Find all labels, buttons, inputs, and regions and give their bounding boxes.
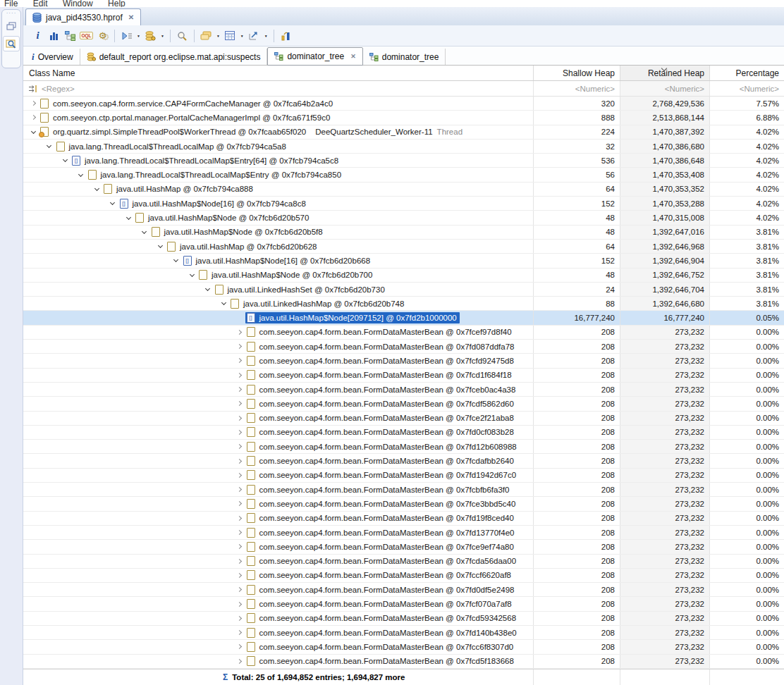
collapse-arrow-icon[interactable] [123, 217, 134, 219]
editor-tab-hprof[interactable]: java_pid43530.hprof ✕ [25, 8, 141, 25]
column-header-retained-heap[interactable]: Retained Heap [620, 66, 710, 80]
collapse-arrow-icon[interactable] [27, 131, 39, 133]
collapse-arrow-icon[interactable] [202, 288, 214, 290]
table-row[interactable]: com.seeyon.cap4.form.bean.FormDataMaster… [23, 597, 784, 611]
expand-arrow-icon[interactable] [234, 645, 245, 648]
dropdown-arrow-icon[interactable]: ▼ [240, 34, 244, 38]
column-header-percentage[interactable]: Percentage [710, 66, 784, 80]
collapse-arrow-icon[interactable] [139, 231, 150, 233]
inspector-view-button[interactable] [3, 36, 20, 51]
column-header-shallow-heap[interactable]: Shallow Heap [534, 66, 620, 80]
table-row[interactable]: []java.lang.ThreadLocal$ThreadLocalMap$E… [23, 154, 784, 168]
collapse-arrow-icon[interactable] [171, 259, 182, 261]
table-row[interactable]: com.seeyon.cap4.form.bean.FormDataMaster… [23, 383, 784, 397]
expand-arrow-icon[interactable] [234, 603, 245, 606]
table-row[interactable]: java.util.HashMap$Node @ 0x7fcb6d20b7004… [23, 269, 784, 283]
table-row[interactable]: java.util.HashMap$Node @ 0x7fcb6d20b5f84… [23, 226, 784, 240]
run-expert-report-button[interactable] [119, 27, 134, 44]
collapse-arrow-icon[interactable] [59, 159, 71, 161]
tab-dominator-tree-active[interactable]: dominator_tree ✕ [267, 47, 362, 66]
expand-arrow-icon[interactable] [234, 617, 245, 620]
table-row[interactable]: []java.util.HashMap$Node[16] @ 0x7fcb794… [23, 197, 784, 211]
table-row[interactable]: org.quartz.simpl.SimpleThreadPool$Worker… [23, 125, 784, 140]
table-row[interactable]: com.seeyon.cap4.form.bean.FormDataMaster… [23, 454, 784, 468]
table-row[interactable]: com.seeyon.cap4.form.bean.FormDataMaster… [23, 354, 784, 368]
table-row[interactable]: java.util.LinkedHashMap @ 0x7fcb6d20b748… [23, 297, 784, 311]
table-row[interactable]: com.seeyon.cap4.form.bean.FormDataMaster… [23, 326, 784, 340]
collapse-arrow-icon[interactable] [75, 174, 87, 176]
tab-close-icon[interactable]: ✕ [350, 53, 356, 60]
query-browser-button[interactable] [143, 27, 158, 44]
table-row[interactable]: []java.util.HashMap$Node[16] @ 0x7fcb6d2… [23, 254, 784, 268]
drag-grip-icon[interactable]: ···· [6, 11, 17, 16]
menu-help[interactable]: Help [108, 0, 125, 7]
restore-view-button[interactable] [3, 18, 20, 34]
overview-info-button[interactable]: i [30, 27, 45, 44]
table-row[interactable]: com.seeyon.cap4.form.bean.FormDataMaster… [23, 540, 784, 554]
table-row[interactable]: com.seeyon.cap4.form.bean.FormDataMaster… [23, 340, 784, 354]
collapse-arrow-icon[interactable] [186, 274, 197, 276]
collapse-arrow-icon[interactable] [218, 302, 229, 304]
dropdown-arrow-icon[interactable]: ▼ [216, 34, 220, 38]
table-row[interactable]: com.seeyon.cap4.form.bean.FormDataMaster… [23, 497, 784, 511]
table-row[interactable]: com.seeyon.cap4.form.bean.FormDataMaster… [23, 569, 784, 583]
expand-arrow-icon[interactable] [27, 116, 39, 119]
collapse-arrow-icon[interactable] [107, 202, 118, 204]
expand-arrow-icon[interactable] [234, 488, 245, 491]
table-row[interactable]: com.seeyon.cap4.form.bean.FormDataMaster… [23, 555, 784, 569]
thread-overview-button[interactable]: ⚙ [95, 27, 110, 44]
expand-arrow-icon[interactable] [234, 445, 245, 448]
table-row[interactable]: com.seeyon.cap4.form.bean.FormDataMaster… [23, 440, 784, 454]
table-row[interactable]: java.util.HashMap @ 0x7fcb6d20b628641,39… [23, 240, 784, 254]
table-row[interactable]: com.seeyon.cap4.form.service.CAP4FormCac… [23, 97, 784, 111]
expand-arrow-icon[interactable] [234, 545, 245, 548]
expand-arrow-icon[interactable] [27, 101, 39, 105]
expand-arrow-icon[interactable] [234, 660, 245, 663]
compare-button[interactable] [278, 27, 293, 44]
expand-arrow-icon[interactable] [234, 416, 245, 420]
table-row[interactable]: com.seeyon.cap4.form.bean.FormDataMaster… [23, 469, 784, 483]
table-row[interactable]: com.seeyon.cap4.form.bean.FormDataMaster… [23, 369, 784, 383]
table-row[interactable]: com.seeyon.cap4.form.bean.FormDataMaster… [23, 655, 784, 669]
grouping-button[interactable] [199, 27, 214, 44]
table-row[interactable]: com.seeyon.cap4.form.bean.FormDataMaster… [23, 612, 784, 626]
expand-arrow-icon[interactable] [234, 560, 245, 563]
dropdown-arrow-icon[interactable]: ▼ [264, 34, 268, 38]
table-row[interactable]: com.seeyon.cap4.form.bean.FormDataMaster… [23, 426, 784, 440]
export-button[interactable] [247, 27, 262, 44]
retained-heap-filter[interactable]: <Numeric> [620, 81, 710, 96]
table-row[interactable]: com.seeyon.cap4.form.bean.FormDataMaster… [23, 526, 784, 540]
expand-arrow-icon[interactable] [234, 431, 245, 434]
expand-arrow-icon[interactable] [234, 574, 245, 577]
expand-arrow-icon[interactable] [234, 459, 245, 463]
expand-arrow-icon[interactable] [234, 631, 245, 634]
dominator-tree-button[interactable] [63, 27, 78, 44]
table-row[interactable]: java.util.HashMap @ 0x7fcb794ca888641,47… [23, 183, 784, 197]
expand-arrow-icon[interactable] [234, 588, 245, 591]
table-row[interactable]: com.seeyon.cap4.form.bean.FormDataMaster… [23, 397, 784, 411]
dropdown-arrow-icon[interactable]: ▼ [137, 34, 140, 38]
tab-dominator-tree-2[interactable]: dominator_tree [363, 49, 446, 65]
table-row[interactable]: com.seeyon.cap4.form.bean.FormDataMaster… [23, 512, 784, 526]
table-row[interactable]: []java.util.HashMap$Node[2097152] @ 0x7f… [23, 311, 784, 325]
collapse-arrow-icon[interactable] [91, 188, 102, 190]
tab-default-report[interactable]: default_report org.eclipse.mat.api:suspe… [80, 49, 268, 65]
histogram-button[interactable] [47, 27, 61, 44]
menu-window[interactable]: Window [63, 0, 93, 7]
table-row[interactable]: com.seeyon.cap4.form.bean.FormDataMaster… [23, 640, 784, 654]
column-header-class-name[interactable]: Class Name [23, 66, 534, 80]
menu-file[interactable]: File [4, 0, 18, 7]
oql-button[interactable]: OQL [79, 27, 94, 44]
table-row[interactable]: java.util.HashMap$Node @ 0x7fcb6d20b5704… [23, 211, 784, 225]
expand-arrow-icon[interactable] [234, 359, 245, 362]
expand-arrow-icon[interactable] [234, 331, 245, 334]
calculator-button[interactable] [223, 27, 238, 44]
dropdown-arrow-icon[interactable]: ▼ [161, 34, 164, 38]
expand-arrow-icon[interactable] [234, 374, 245, 377]
expand-arrow-icon[interactable] [234, 531, 245, 534]
expand-arrow-icon[interactable] [234, 402, 245, 405]
class-name-filter[interactable]: <Regex> [23, 81, 534, 96]
collapse-arrow-icon[interactable] [44, 145, 55, 147]
expand-arrow-icon[interactable] [234, 388, 245, 391]
table-row[interactable]: com.seeyon.cap4.form.bean.FormDataMaster… [23, 412, 784, 426]
